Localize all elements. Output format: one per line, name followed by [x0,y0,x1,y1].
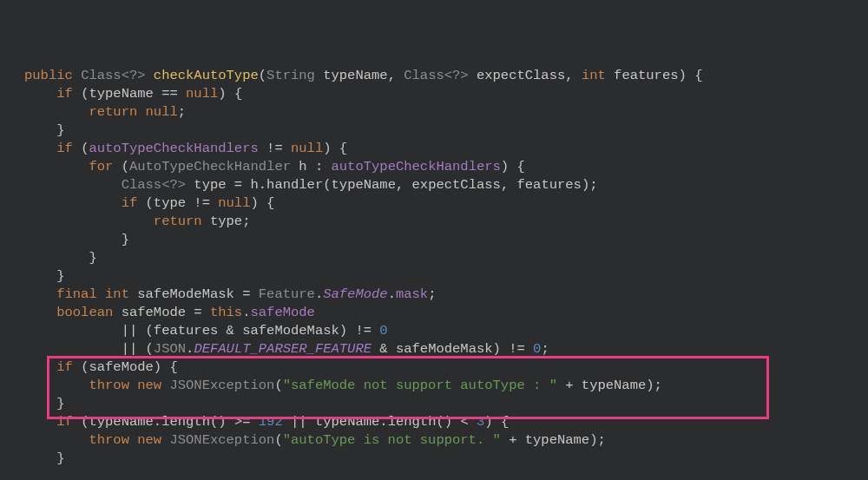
code-token: typeName [323,68,387,83]
code-line: if (autoTypeCheckHandlers != null) { [0,140,868,158]
code-token: ; [541,341,549,357]
code-token: != [194,195,218,211]
code-token: null [186,86,218,102]
code-line: if (type != null) { [0,194,868,213]
code-line: } [0,249,868,267]
code-token: Class<?> [81,68,154,83]
code-token: safeModeMask [396,341,493,357]
code-token: ); [589,432,606,448]
code-token: features [517,177,582,193]
code-token: ; [178,104,186,120]
code-line: boolean safeMode = this.safeMode [0,304,868,322]
code-line: if (typeName == null) { [0,85,868,103]
code-token: type [194,177,234,193]
code-token: >= [234,414,259,430]
code-token: safeMode [89,359,153,375]
code-token: throw [89,432,137,448]
code-line: if (typeName.length() >= 192 || typeName… [0,413,868,431]
code-token: autoTypeCheckHandlers [89,141,266,156]
code-line: return type; [0,213,868,231]
code-token: ) { [154,359,178,375]
code-token: & [227,323,243,339]
code-token: SafeMode [323,286,387,302]
code-token: . [186,341,194,357]
code-token: ( [122,159,129,174]
code-token: ) { [501,159,525,174]
code-token: . [154,414,161,430]
code-token: . [388,286,396,302]
code-token: throw [89,378,137,393]
code-line: throw new JSONException("safeMode not su… [0,377,868,395]
code-line: || (JSON.DEFAULT_PARSER_FEATURE & safeMo… [0,340,868,358]
code-line: public Class<?> checkAutoType(String typ… [0,67,868,85]
code-line: } [0,122,868,140]
code-line: throw new JSONException("autoType is not… [0,431,868,450]
code-token: type [210,214,242,229]
code-line: } [0,395,868,413]
code-token: h [250,177,258,193]
code-token: AutoTypeCheckHandler [129,159,299,174]
code-token: typeName [315,414,379,430]
code-token: ); [582,177,598,193]
code-token: , [501,177,517,193]
code-token: & [372,341,396,357]
code-token: } [56,396,64,411]
code-token: , [565,68,582,83]
code-token: 0 [533,341,541,357]
code-token: ) [493,341,510,357]
code-token: typeName [89,86,161,102]
code-token: for [89,159,121,174]
code-token: . [315,286,323,302]
code-token: expectClass [412,177,501,193]
code-token: || [122,341,146,357]
code-token: typeName [582,378,646,393]
code-token: handler [266,177,323,193]
code-token: if [56,141,81,156]
code-token: checkAutoType [154,68,259,83]
code-token: expectClass [477,68,565,83]
code-token: + [557,378,582,393]
code-token: safeMode [251,305,315,320]
code-token: ; [242,214,250,229]
code-token: . [242,305,250,320]
code-token: DEFAULT_PARSER_FEATURE [194,341,372,357]
code-token: != [355,323,379,339]
code-token: + [501,432,525,448]
code-token: "autoType is not support. " [283,432,501,448]
code-token: length [388,414,437,430]
code-token: null [291,141,323,156]
code-token: ) { [484,414,509,430]
code-token: this [210,305,242,320]
code-token: "safeMode not support autoType : " [283,378,557,393]
code-token: return [154,214,210,229]
code-token: type [154,195,194,211]
code-token: = [234,177,251,193]
code-token: . [379,414,387,430]
code-token: 0 [379,323,387,339]
code-token: < [460,414,477,430]
code-token: ( [323,177,331,193]
code-token: String [266,68,323,83]
code-token: ( [146,195,154,211]
code-token: ) { [323,141,347,156]
code-token: = [242,286,259,302]
code-token: features [154,323,227,339]
code-token: JSON [154,341,186,357]
code-line: return null; [0,103,868,122]
code-token: ) { [218,86,242,102]
code-line: || (features & safeModeMask) != 0 [0,322,868,340]
code-token: safeModeMask [137,286,242,302]
code-token: ( [146,323,154,339]
code-token: safeMode [122,305,194,320]
code-token: Class<?> [122,177,194,193]
code-token: || [291,414,315,430]
code-token: } [56,268,64,284]
code-token: boolean [56,305,121,320]
code-line: } [0,450,868,468]
code-token: mask [396,286,428,302]
code-token: if [56,86,81,102]
code-token: ) [339,323,356,339]
code-token: ( [274,378,282,393]
code-token: ); [646,378,662,393]
code-token: int [582,68,614,83]
